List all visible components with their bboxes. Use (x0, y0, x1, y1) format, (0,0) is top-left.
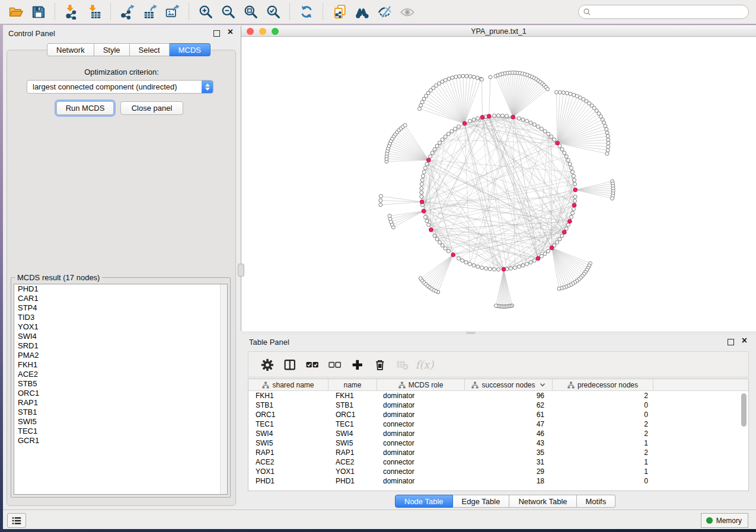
graph-node[interactable] (464, 261, 468, 264)
graph-node[interactable] (457, 257, 461, 260)
graph-node[interactable] (438, 141, 442, 145)
graph-node[interactable] (444, 135, 447, 139)
graph-node[interactable] (379, 194, 382, 198)
graph-node[interactable] (570, 166, 573, 170)
graph-node[interactable] (418, 107, 422, 111)
graph-node[interactable] (564, 155, 568, 158)
graph-mcds-node[interactable] (426, 158, 430, 162)
graph-mcds-node[interactable] (422, 209, 426, 213)
table-row[interactable]: ACE2ACE2connector311 (248, 457, 748, 467)
graph-node[interactable] (553, 138, 556, 142)
mcds-result-item[interactable]: SRD1 (14, 341, 227, 351)
graph-node[interactable] (468, 119, 471, 123)
graph-node[interactable] (547, 249, 550, 253)
table-row[interactable]: SWI4SWI4dominator462 (248, 429, 748, 438)
memory-button[interactable]: Memory (701, 513, 748, 528)
mcds-result-item[interactable]: CAR1 (14, 294, 227, 303)
graph-node[interactable] (572, 93, 576, 97)
graph-node[interactable] (441, 243, 444, 247)
run-mcds-button[interactable]: Run MCDS (56, 101, 114, 115)
vertical-splitter-handle[interactable] (238, 264, 244, 277)
graph-node[interactable] (420, 191, 423, 194)
graph-mcds-node[interactable] (573, 188, 578, 192)
graph-node[interactable] (602, 121, 606, 124)
graph-node[interactable] (555, 241, 559, 244)
graph-node[interactable] (564, 227, 568, 230)
tab-motifs[interactable]: Motifs (577, 495, 616, 508)
mcds-result-list[interactable]: PHD1CAR1STP4TID3YOX1SWI4SRD1PMA2FKH1ACE2… (14, 284, 228, 495)
graph-node[interactable] (560, 234, 564, 238)
graph-node[interactable] (517, 117, 521, 120)
graph-node[interactable] (451, 76, 454, 79)
graph-node[interactable] (529, 261, 532, 264)
close-table-panel-icon[interactable]: × (742, 335, 747, 347)
mcds-result-item[interactable]: GCR1 (14, 436, 227, 446)
graph-node[interactable] (468, 262, 471, 266)
graph-mcds-node[interactable] (420, 200, 424, 204)
task-history-button[interactable] (7, 513, 26, 528)
table-row[interactable]: FKH1FKH1dominator962 (248, 391, 748, 400)
graph-node[interactable] (573, 199, 577, 203)
graph-node[interactable] (476, 265, 480, 268)
graph-mcds-node[interactable] (567, 219, 572, 223)
graph-node[interactable] (476, 117, 480, 120)
graph-node[interactable] (465, 74, 468, 78)
horizontal-splitter-handle[interactable] (466, 332, 476, 334)
graph-node[interactable] (403, 123, 407, 127)
graph-node[interactable] (607, 138, 610, 142)
graph-node[interactable] (489, 75, 492, 79)
save-session-button[interactable] (28, 2, 49, 21)
graph-node[interactable] (572, 207, 575, 211)
table-row[interactable]: SWI5SWI5connector431 (248, 438, 748, 448)
tab-mcds[interactable]: MCDS (170, 43, 210, 56)
mcds-result-item[interactable]: RAP1 (14, 398, 227, 408)
mcds-result-item[interactable]: SWI5 (14, 417, 227, 427)
zoom-fit-button[interactable] (241, 2, 261, 21)
graph-node[interactable] (457, 125, 461, 129)
graph-node[interactable] (606, 149, 610, 152)
mcds-result-item[interactable]: PHD1 (14, 284, 227, 294)
graph-node[interactable] (568, 162, 572, 166)
column-header-successor-nodes[interactable]: successor nodes (465, 379, 553, 390)
graph-mcds-node[interactable] (429, 228, 433, 232)
graph-node[interactable] (558, 238, 562, 241)
graph-node[interactable] (480, 78, 483, 81)
graph-node[interactable] (517, 265, 521, 268)
graph-node[interactable] (468, 75, 472, 78)
graph-node[interactable] (430, 151, 434, 155)
graph-node[interactable] (461, 74, 465, 78)
graph-node[interactable] (458, 75, 461, 78)
graph-node[interactable] (419, 277, 422, 280)
table-row[interactable]: YOX1YOX1connector291 (248, 467, 748, 476)
graph-node[interactable] (484, 267, 488, 270)
mcds-list-scrollbar[interactable] (220, 284, 227, 494)
zoom-in-button[interactable] (196, 2, 216, 21)
graph-node[interactable] (521, 264, 525, 267)
table-row[interactable]: RAP1RAP1dominator352 (248, 448, 748, 457)
graph-mcds-node[interactable] (511, 115, 515, 119)
graph-node[interactable] (536, 125, 540, 129)
column-header-shared-name[interactable]: shared name (248, 379, 328, 390)
mcds-result-item[interactable]: STP4 (14, 303, 227, 313)
export-table-button[interactable] (140, 2, 160, 21)
graph-node[interactable] (493, 114, 496, 117)
tab-network[interactable]: Network (47, 43, 94, 56)
graph-node[interactable] (388, 214, 391, 217)
graph-node[interactable] (563, 151, 566, 155)
import-table-button[interactable] (84, 2, 104, 21)
function-builder-button[interactable]: f(x) (416, 355, 433, 373)
graph-node[interactable] (562, 91, 565, 94)
graph-mcds-node[interactable] (480, 116, 484, 120)
graph-node[interactable] (422, 174, 425, 178)
mcds-result-item[interactable]: FKH1 (14, 360, 227, 370)
graph-node[interactable] (543, 130, 547, 133)
graph-node[interactable] (540, 127, 543, 131)
float-panel-icon[interactable] (213, 30, 220, 37)
table-row[interactable]: STB1STB1dominator620 (248, 400, 748, 410)
graph-node[interactable] (422, 170, 426, 174)
toggle-panel-button[interactable] (280, 355, 298, 373)
graph-node[interactable] (543, 252, 547, 255)
select-all-button[interactable] (303, 355, 321, 373)
graph-mcds-node[interactable] (451, 253, 455, 257)
graph-node[interactable] (605, 127, 608, 131)
